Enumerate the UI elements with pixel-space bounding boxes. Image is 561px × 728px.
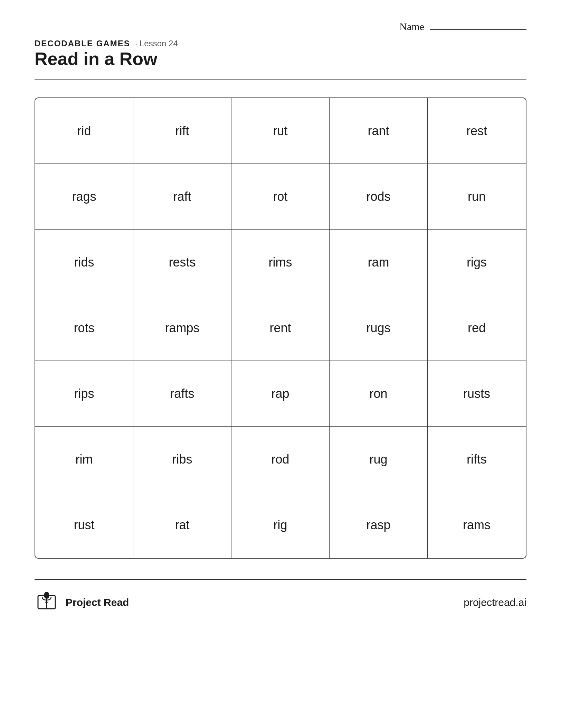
page-title: Read in a Row xyxy=(35,48,526,69)
footer: Project Read projectread.ai xyxy=(35,590,526,615)
word-cell: rafts xyxy=(133,361,231,427)
word-cell: rugs xyxy=(330,295,428,361)
word-cell: rests xyxy=(133,230,231,295)
word-grid: ridriftrutrantrestragsraftrotrodsrunrids… xyxy=(35,98,526,558)
footer-left: Project Read xyxy=(35,590,129,615)
word-cell: rust xyxy=(35,492,133,558)
word-cell: rigs xyxy=(428,230,526,295)
word-cell: rift xyxy=(133,98,231,164)
word-cell: rid xyxy=(35,98,133,164)
word-cell: rim xyxy=(35,427,133,492)
word-cell: rap xyxy=(231,361,330,427)
word-cell: rat xyxy=(133,492,231,558)
word-cell: rant xyxy=(330,98,428,164)
word-cell: rent xyxy=(231,295,330,361)
word-cell: rug xyxy=(330,427,428,492)
word-cell: rig xyxy=(231,492,330,558)
name-label: Name xyxy=(399,21,424,32)
word-cell: rest xyxy=(428,98,526,164)
word-cell: rims xyxy=(231,230,330,295)
footer-brand: Project Read xyxy=(66,597,129,608)
word-cell: rusts xyxy=(428,361,526,427)
word-cell: rasp xyxy=(330,492,428,558)
project-read-logo xyxy=(35,590,59,615)
word-cell: ribs xyxy=(133,427,231,492)
footer-url: projectread.ai xyxy=(464,597,526,608)
word-cell: rod xyxy=(231,427,330,492)
word-cell: run xyxy=(428,164,526,230)
word-cell: rips xyxy=(35,361,133,427)
footer-divider xyxy=(35,579,526,580)
decodable-label: DECODABLE GAMES xyxy=(35,39,130,48)
word-cell: ron xyxy=(330,361,428,427)
svg-rect-2 xyxy=(44,592,49,599)
header-divider xyxy=(35,80,526,80)
header-meta: DECODABLE GAMES · Lesson 24 Read in a Ro… xyxy=(35,39,526,75)
word-cell: red xyxy=(428,295,526,361)
name-underline xyxy=(430,29,526,30)
word-cell: rots xyxy=(35,295,133,361)
word-cell: rods xyxy=(330,164,428,230)
word-grid-container: ridriftrutrantrestragsraftrotrodsrunrids… xyxy=(35,97,526,559)
word-cell: rut xyxy=(231,98,330,164)
word-cell: rags xyxy=(35,164,133,230)
word-cell: ram xyxy=(330,230,428,295)
name-section: Name xyxy=(35,21,526,32)
word-cell: rams xyxy=(428,492,526,558)
lesson-label: · Lesson 24 xyxy=(135,39,178,48)
word-cell: raft xyxy=(133,164,231,230)
word-cell: rot xyxy=(231,164,330,230)
word-cell: rifts xyxy=(428,427,526,492)
word-cell: ramps xyxy=(133,295,231,361)
word-cell: rids xyxy=(35,230,133,295)
